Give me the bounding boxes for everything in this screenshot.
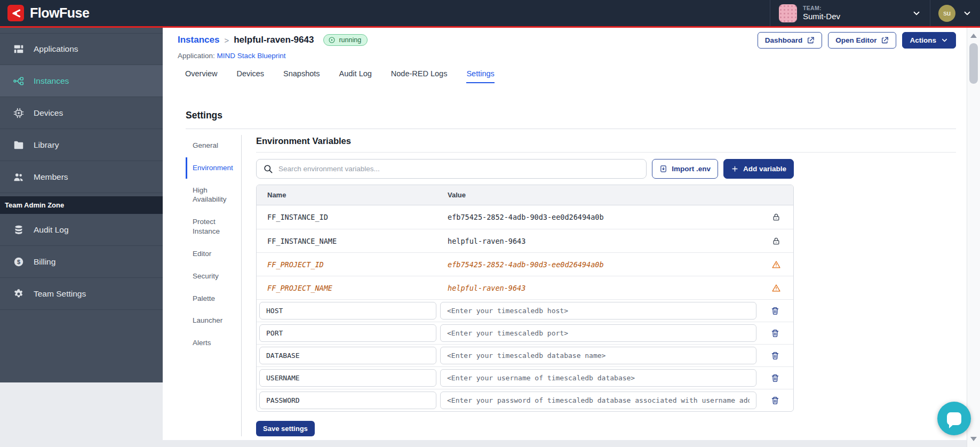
env-variables-table: Name Value FF_INSTANCE_ID efb75425-2852-… [256, 185, 794, 412]
billing-icon: $ [13, 256, 25, 268]
column-header-value: Value [437, 191, 759, 199]
chevron-down-icon [941, 36, 949, 44]
library-icon [13, 139, 25, 151]
svg-text:$: $ [17, 258, 20, 265]
application-link[interactable]: MIND Stack Blueprint [217, 52, 286, 60]
sidebar: Applications Instances Devices Library M… [0, 28, 163, 382]
lock-icon [759, 236, 793, 246]
scrollbar-up-arrow[interactable] [970, 34, 977, 38]
column-header-name: Name [257, 191, 437, 199]
env-name-input[interactable] [259, 347, 436, 364]
applications-icon [13, 43, 25, 55]
open-editor-button[interactable]: Open Editor [828, 32, 896, 49]
divider [186, 129, 956, 129]
instances-icon [13, 75, 25, 87]
sidebar-item-audit-log[interactable]: Audit Log [0, 214, 163, 246]
page-title: Settings [186, 110, 956, 121]
delete-variable-button[interactable] [769, 305, 781, 317]
settings-nav-alerts[interactable]: Alerts [186, 332, 241, 354]
env-var-name: FF_INSTANCE_NAME [257, 237, 437, 245]
env-value-input[interactable] [440, 347, 756, 364]
sidebar-item-billing[interactable]: $ Billing [0, 246, 163, 278]
settings-nav-palette[interactable]: Palette [186, 288, 241, 309]
section-title: Environment Variables [256, 136, 956, 146]
warning-icon [759, 260, 793, 269]
external-link-icon [881, 36, 889, 44]
actions-button[interactable]: Actions [902, 32, 956, 49]
tab-audit-log[interactable]: Audit Log [339, 69, 372, 83]
chat-bubble-icon [947, 412, 961, 425]
user-menu[interactable]: su [930, 0, 980, 26]
env-var-edit-row [257, 344, 793, 366]
env-var-value: helpful-raven-9643 [437, 237, 759, 245]
env-name-input[interactable] [259, 369, 436, 387]
scrollbar-down-arrow[interactable] [970, 437, 977, 441]
search-input[interactable] [256, 159, 647, 179]
team-admin-zone-label: Team Admin Zone [0, 196, 163, 214]
tab-node-red-logs[interactable]: Node-RED Logs [391, 69, 448, 83]
tab-settings[interactable]: Settings [466, 69, 494, 83]
sidebar-item-team-settings[interactable]: Team Settings [0, 278, 163, 310]
sidebar-item-members[interactable]: Members [0, 161, 163, 193]
env-value-input[interactable] [440, 302, 756, 320]
sidebar-item-applications[interactable]: Applications [0, 33, 163, 65]
sidebar-item-library[interactable]: Library [0, 129, 163, 161]
dashboard-button[interactable]: Dashboard [758, 32, 823, 49]
warning-icon [759, 283, 793, 293]
env-var-edit-row [257, 322, 793, 344]
chevron-down-icon [962, 9, 972, 18]
settings-nav-general[interactable]: General [186, 135, 241, 156]
tab-snapshots[interactable]: Snapshots [283, 69, 320, 83]
add-variable-button[interactable]: Add variable [723, 159, 794, 179]
delete-variable-button[interactable] [769, 328, 781, 339]
settings-nav-environment[interactable]: Environment [186, 157, 241, 179]
trash-icon [770, 396, 780, 405]
delete-variable-button[interactable] [769, 372, 781, 384]
env-value-input[interactable] [440, 369, 756, 387]
delete-variable-button[interactable] [769, 395, 781, 406]
env-name-input[interactable] [259, 302, 436, 320]
env-var-name: FF_PROJECT_ID [257, 260, 437, 269]
instance-name: helpful-raven-9643 [234, 35, 314, 45]
trash-icon [770, 351, 780, 361]
settings-nav-launcher[interactable]: Launcher [186, 310, 241, 331]
team-settings-icon [13, 288, 25, 300]
flowfuse-logo[interactable]: FlowFuse [7, 5, 89, 21]
env-var-row: FF_PROJECT_ID efb75425-2852-4adb-90d3-ee… [257, 252, 793, 276]
breadcrumb-separator: > [224, 36, 229, 45]
env-name-input[interactable] [259, 324, 436, 342]
top-bar: FlowFuse TEAM: Sumit-Dev su [0, 0, 980, 28]
settings-nav-protect-instance[interactable]: Protect Instance [186, 211, 241, 242]
audit-log-icon [13, 224, 25, 236]
env-value-input[interactable] [440, 392, 756, 409]
delete-variable-button[interactable] [769, 350, 781, 362]
devices-icon [13, 107, 25, 119]
env-var-value: efb75425-2852-4adb-90d3-ee0d26494a0b [437, 213, 759, 221]
team-label: TEAM: [803, 5, 840, 12]
env-var-row: FF_INSTANCE_NAME helpful-raven-9643 [257, 229, 793, 252]
plus-icon [731, 165, 739, 173]
breadcrumb: Instances > helpful-raven-9643 [178, 35, 314, 45]
trash-icon [770, 306, 780, 316]
tab-overview[interactable]: Overview [185, 69, 217, 83]
env-value-input[interactable] [440, 324, 756, 342]
env-name-input[interactable] [259, 392, 436, 409]
import-env-button[interactable]: Import .env [652, 159, 718, 179]
team-name: Sumit-Dev [803, 12, 840, 21]
sidebar-item-instances[interactable]: Instances [0, 65, 163, 97]
settings-nav-security[interactable]: Security [186, 266, 241, 287]
sidebar-item-devices[interactable]: Devices [0, 97, 163, 129]
scrollbar-thumb[interactable] [969, 43, 978, 84]
team-selector[interactable]: TEAM: Sumit-Dev [770, 0, 930, 26]
flowfuse-icon [7, 5, 24, 21]
settings-nav-high-availability[interactable]: High Availability [186, 180, 241, 211]
save-settings-button[interactable]: Save settings [256, 421, 315, 436]
breadcrumb-instances-link[interactable]: Instances [178, 35, 219, 45]
tab-devices[interactable]: Devices [236, 69, 264, 83]
settings-nav-editor[interactable]: Editor [186, 243, 241, 265]
team-avatar [779, 4, 797, 22]
chat-widget-button[interactable] [937, 402, 971, 435]
members-icon [13, 171, 25, 183]
env-var-value: helpful-raven-9643 [437, 284, 759, 292]
application-line: Application: MIND Stack Blueprint [178, 52, 956, 60]
